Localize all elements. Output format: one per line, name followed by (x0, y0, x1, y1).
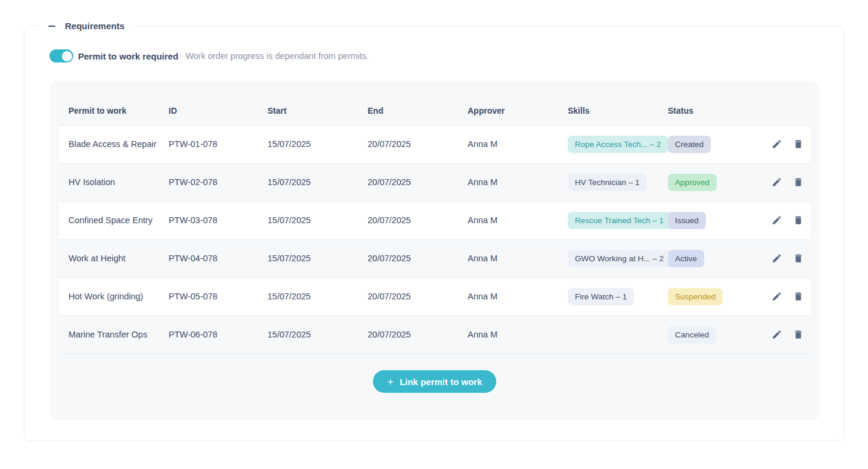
pencil-icon[interactable] (771, 329, 782, 340)
cell-end: 20/07/2025 (358, 125, 458, 163)
status-badge: Approved (668, 174, 717, 191)
col-permit: Permit to work (59, 81, 159, 125)
status-badge: Issued (668, 212, 706, 229)
cell-end: 20/07/2025 (358, 277, 458, 315)
cell-approver: Anna M (458, 125, 558, 163)
page: { "section": { "title": "Requirements" }… (0, 0, 868, 469)
status-badge: Created (668, 136, 711, 153)
trash-icon[interactable] (793, 329, 804, 340)
toggle-label: Permit to work required (78, 51, 178, 61)
skill-chip: HV Technician – 1 (568, 174, 647, 191)
cell-end: 20/07/2025 (358, 163, 458, 201)
trash-icon[interactable] (793, 253, 804, 264)
table-row: Blade Access & Repair PTW-01-078 15/07/2… (59, 125, 810, 163)
cell-approver: Anna M (458, 315, 558, 354)
plus-icon: + (387, 376, 394, 387)
collapse-minus-icon[interactable] (48, 26, 55, 27)
cell-approver: Anna M (458, 239, 558, 277)
cell-skills-empty (558, 315, 658, 354)
col-approver: Approver (458, 81, 558, 125)
col-skills: Skills (558, 81, 658, 125)
table-row: Work at Height PTW-04-078 15/07/2025 20/… (59, 239, 810, 277)
status-badge: Active (668, 250, 704, 267)
col-end: End (358, 81, 458, 125)
link-permit-button[interactable]: + Link permit to work (373, 370, 496, 393)
cell-start: 15/07/2025 (258, 163, 358, 201)
toggle-description: Work order progress is dependant from pe… (185, 51, 369, 61)
skill-chip: Fire Watch – 1 (568, 288, 634, 305)
skill-chip: Rescue Trained Tech – 1 (568, 212, 671, 229)
permits-table: Permit to work ID Start End Approver Ski… (59, 81, 810, 354)
cell-id: PTW-05-078 (159, 277, 258, 315)
cell-id: PTW-01-078 (159, 125, 258, 163)
cell-start: 15/07/2025 (258, 277, 358, 315)
cell-start: 15/07/2025 (258, 239, 358, 277)
permit-toggle-row: Permit to work required Work order progr… (49, 49, 369, 62)
trash-icon[interactable] (793, 215, 804, 226)
skill-chip: Rope Access Tech... – 2 (568, 136, 668, 153)
cell-approver: Anna M (458, 201, 558, 239)
cell-permit: Marine Transfer Ops (59, 315, 159, 354)
status-badge: Canceled (668, 326, 716, 343)
cell-start: 15/07/2025 (258, 201, 358, 239)
cell-start: 15/07/2025 (258, 125, 358, 163)
cell-permit: Hot Work (grinding) (59, 277, 159, 315)
cell-id: PTW-04-078 (159, 239, 258, 277)
cell-permit: Confined Space Entry (59, 201, 159, 239)
section-legend[interactable]: Requirements (39, 20, 134, 33)
cell-approver: Anna M (458, 163, 558, 201)
trash-icon[interactable] (793, 177, 804, 187)
trash-icon[interactable] (793, 139, 804, 149)
col-start: Start (258, 81, 358, 125)
table-row: Confined Space Entry PTW-03-078 15/07/20… (59, 201, 810, 239)
cell-id: PTW-06-078 (159, 315, 258, 354)
permit-required-toggle[interactable] (49, 49, 73, 62)
toggle-knob (62, 51, 72, 61)
cell-permit: HV Isolation (59, 163, 159, 201)
cell-end: 20/07/2025 (358, 201, 458, 239)
cell-end: 20/07/2025 (358, 239, 458, 277)
section-title: Requirements (65, 20, 125, 33)
cell-start: 15/07/2025 (258, 315, 358, 354)
skill-chip: GWO Working at H... – 2 (568, 250, 671, 267)
pencil-icon[interactable] (771, 139, 782, 149)
status-badge: Suspended (668, 288, 723, 305)
pencil-icon[interactable] (771, 253, 782, 264)
cell-permit: Blade Access & Repair (59, 125, 159, 163)
cell-permit: Work at Height (59, 239, 159, 277)
trash-icon[interactable] (793, 291, 804, 302)
permits-card: Permit to work ID Start End Approver Ski… (49, 81, 820, 420)
cell-id: PTW-03-078 (159, 201, 258, 239)
col-status: Status (658, 81, 754, 125)
cell-id: PTW-02-078 (159, 163, 258, 201)
cell-end: 20/07/2025 (358, 315, 458, 354)
table-row: Hot Work (grinding) PTW-05-078 15/07/202… (59, 277, 810, 315)
table-row: Marine Transfer Ops PTW-06-078 15/07/202… (59, 315, 810, 354)
col-actions (754, 81, 810, 125)
link-permit-button-label: Link permit to work (400, 377, 482, 387)
pencil-icon[interactable] (771, 291, 782, 302)
cell-approver: Anna M (458, 277, 558, 315)
requirements-section: Requirements Permit to work required Wor… (24, 26, 844, 441)
pencil-icon[interactable] (771, 177, 782, 187)
table-row: HV Isolation PTW-02-078 15/07/2025 20/07… (59, 163, 810, 201)
table-header-row: Permit to work ID Start End Approver Ski… (59, 81, 810, 125)
pencil-icon[interactable] (771, 215, 782, 226)
col-id: ID (159, 81, 258, 125)
